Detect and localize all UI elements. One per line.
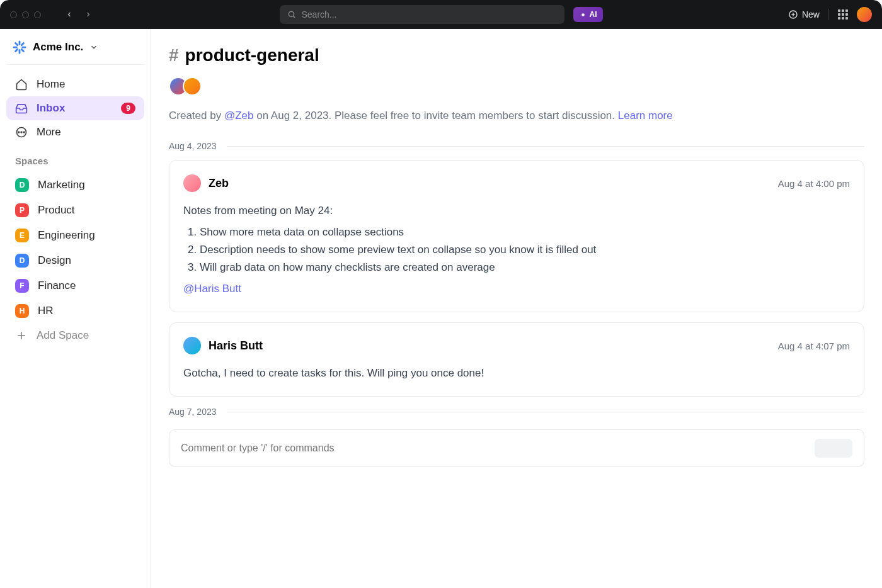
add-space-button[interactable]: Add Space (6, 324, 144, 348)
list-item: Description needs to show some preview t… (200, 241, 850, 259)
svg-line-1 (294, 16, 295, 18)
author-name[interactable]: Haris Butt (209, 339, 263, 353)
plus-circle-icon (788, 9, 798, 20)
space-icon: H (15, 304, 29, 318)
svg-point-15 (18, 132, 20, 133)
home-icon (15, 78, 28, 91)
apps-icon[interactable] (838, 9, 848, 20)
message: Haris Butt Aug 4 at 4:07 pm Gotcha, I ne… (169, 322, 864, 397)
author-avatar[interactable] (183, 174, 201, 192)
more-icon (15, 126, 28, 139)
search-bar[interactable]: Search... (280, 5, 564, 24)
member-avatar (183, 77, 202, 96)
workspace-selector[interactable]: Acme Inc. (6, 40, 144, 65)
user-avatar[interactable] (857, 7, 872, 22)
message-header: Haris Butt Aug 4 at 4:07 pm (183, 337, 850, 354)
plus-icon (15, 329, 28, 342)
workspace-logo-icon (13, 40, 26, 54)
new-button[interactable]: New (788, 9, 820, 20)
member-avatars[interactable] (169, 77, 864, 96)
send-button[interactable] (815, 439, 852, 458)
search-icon (287, 10, 296, 19)
header: Search... AI New (0, 0, 882, 29)
close-dot[interactable] (10, 11, 17, 18)
add-space-label: Add Space (37, 329, 89, 342)
composer[interactable] (169, 429, 864, 467)
inbox-icon (15, 102, 28, 115)
message-text: Gotcha, I need to create tasks for this.… (183, 365, 850, 382)
chevron-down-icon (89, 43, 98, 52)
maximize-dot[interactable] (34, 11, 41, 18)
forward-button[interactable] (81, 8, 95, 21)
hash-icon: # (169, 45, 179, 65)
svg-point-16 (21, 132, 22, 133)
message-time: Aug 4 at 4:00 pm (778, 178, 850, 189)
nav-inbox[interactable]: Inbox 9 (6, 96, 144, 120)
space-icon: D (15, 178, 29, 192)
space-label: Engineering (38, 229, 95, 242)
space-icon: F (15, 279, 29, 293)
window-controls (10, 11, 41, 18)
search-placeholder: Search... (301, 9, 336, 20)
space-label: Design (38, 254, 71, 267)
creator-mention[interactable]: @Zeb (224, 110, 254, 122)
date-divider: Aug 4, 2023 (169, 141, 864, 151)
composer-input[interactable] (181, 443, 815, 454)
space-item[interactable]: HHR (6, 298, 144, 324)
workspace-name: Acme Inc. (33, 41, 83, 54)
message-time: Aug 4 at 4:07 pm (778, 341, 850, 351)
sidebar: Acme Inc. Home Inbox 9 More Spaces DMark… (0, 29, 151, 588)
nav-home[interactable]: Home (6, 72, 144, 96)
divider (828, 9, 829, 20)
message-header: Zeb Aug 4 at 4:00 pm (183, 174, 850, 192)
space-icon: D (15, 254, 29, 268)
svg-point-2 (582, 13, 585, 16)
space-item[interactable]: EEngineering (6, 223, 144, 248)
space-item[interactable]: FFinance (6, 273, 144, 298)
space-label: Finance (38, 280, 76, 292)
space-label: HR (38, 305, 54, 317)
ai-button[interactable]: AI (573, 7, 603, 22)
svg-line-10 (16, 43, 18, 45)
space-item[interactable]: DDesign (6, 248, 144, 273)
message: Zeb Aug 4 at 4:00 pm Notes from meeting … (169, 160, 864, 312)
author-name[interactable]: Zeb (209, 177, 229, 190)
list-item: Show more meta data on collapse sections (200, 223, 850, 241)
nav-inbox-label: Inbox (37, 102, 65, 115)
desc-prefix: Created by (169, 110, 224, 122)
space-item[interactable]: PProduct (6, 198, 144, 223)
space-icon: E (15, 229, 29, 242)
inbox-count: 9 (121, 103, 135, 114)
learn-more-link[interactable]: Learn more (618, 110, 673, 122)
divider-line (227, 412, 864, 412)
channel-description: Created by @Zeb on Aug 2, 2023. Please f… (169, 110, 864, 122)
list-item: Will grab data on how many checklists ar… (200, 259, 850, 276)
space-item[interactable]: DMarketing (6, 172, 144, 198)
header-right: New (788, 7, 872, 22)
main-content: # product-general Created by @Zeb on Aug… (151, 29, 882, 588)
sparkle-icon (580, 11, 587, 18)
user-mention[interactable]: @Haris Butt (183, 280, 850, 298)
channel-title: # product-general (169, 45, 864, 65)
date-divider: Aug 7, 2023 (169, 407, 864, 417)
nav-more[interactable]: More (6, 120, 144, 144)
svg-line-13 (21, 43, 23, 45)
svg-line-11 (21, 49, 23, 51)
date-label: Aug 7, 2023 (169, 407, 217, 417)
spaces-header: Spaces (6, 144, 144, 172)
channel-name: product-general (185, 45, 319, 65)
author-avatar[interactable] (183, 337, 201, 354)
message-body: Notes from meeting on May 24: Show more … (183, 202, 850, 298)
divider-line (227, 146, 864, 147)
svg-point-0 (289, 11, 294, 16)
message-intro: Notes from meeting on May 24: (183, 202, 850, 220)
nav-home-label: Home (37, 78, 65, 91)
space-icon: P (15, 203, 29, 217)
message-body: Gotcha, I need to create tasks for this.… (183, 365, 850, 382)
space-label: Product (38, 204, 75, 217)
ai-label: AI (589, 10, 597, 19)
new-label: New (802, 9, 820, 20)
minimize-dot[interactable] (22, 11, 29, 18)
desc-suffix: on Aug 2, 2023. Please feel free to invi… (253, 110, 617, 122)
back-button[interactable] (62, 8, 76, 21)
